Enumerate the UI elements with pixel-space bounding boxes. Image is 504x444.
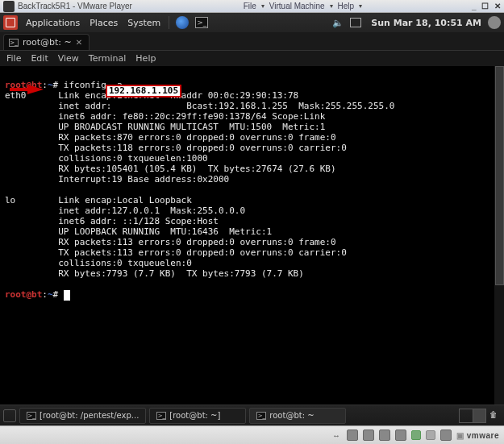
terminal-icon: >_ xyxy=(9,39,19,47)
lo-line-4: RX packets:113 errors:0 dropped:0 overru… xyxy=(5,237,336,247)
term-menu-help[interactable]: Help xyxy=(135,53,156,64)
tab-title: root@bt: ~ xyxy=(23,37,72,48)
mail-icon[interactable] xyxy=(350,18,361,27)
term-menu-edit[interactable]: Edit xyxy=(31,53,48,64)
device-floppy-icon[interactable] xyxy=(379,429,390,441)
lo-line-2: inet6 addr: ::1/128 Scope:Host xyxy=(5,216,219,226)
show-desktop-icon[interactable] xyxy=(3,409,16,422)
vmware-logo: vmware xyxy=(456,431,499,440)
lo-line-1: inet addr:127.0.0.1 Mask:255.0.0.0 xyxy=(5,205,245,216)
terminal-tab-bar: >_ root@bt: ~ ✕ xyxy=(0,32,504,50)
taskbar-label: root@bt: ~ xyxy=(269,411,314,420)
device-printer-icon[interactable] xyxy=(440,429,452,441)
eth0-line-3: UP BROADCAST RUNNING MULTICAST MTU:1500 … xyxy=(5,122,325,132)
vmware-titlebar: BackTrack5R1 - VMware Player File▾ Virtu… xyxy=(0,0,504,13)
annotation-arrow xyxy=(10,88,27,91)
eth0-line-2: inet6 addr: fe80::20c:29ff:fe90:1378/64 … xyxy=(5,111,325,122)
menu-applications[interactable]: Applications xyxy=(26,18,80,28)
vmware-menu-file[interactable]: File xyxy=(244,2,256,10)
taskbar-label: [root@bt: /pentest/exp... xyxy=(40,411,139,420)
vmware-icon xyxy=(3,1,15,12)
chevron-down-icon: ▾ xyxy=(359,2,362,10)
annotation-arrow-head xyxy=(27,85,44,94)
terminal-menubar: File Edit View Terminal Help xyxy=(0,50,504,66)
tab-close-icon[interactable]: ✕ xyxy=(76,38,82,47)
sound-icon[interactable]: 🔈 xyxy=(332,18,344,28)
term-menu-view[interactable]: View xyxy=(58,53,79,64)
minimize-button[interactable]: _ xyxy=(472,2,477,10)
scrollbar-thumb[interactable] xyxy=(495,66,504,285)
taskbar-item-pentest[interactable]: >_ [root@bt: /pentest/exp... xyxy=(19,408,146,424)
lo-line-7: RX bytes:7793 (7.7 KB) TX bytes:7793 (7.… xyxy=(5,268,304,279)
distro-icon[interactable] xyxy=(3,15,18,30)
vmware-title-text: BackTrack5R1 - VMware Player xyxy=(18,2,132,10)
maximize-button[interactable]: ☐ xyxy=(481,2,489,10)
terminal-tab[interactable]: >_ root@bt: ~ ✕ xyxy=(3,34,90,50)
terminal-icon: >_ xyxy=(256,412,266,420)
device-net-icon[interactable] xyxy=(395,429,406,441)
trash-icon[interactable]: 🗑 xyxy=(489,410,501,421)
prompt-path: ~ xyxy=(48,289,53,300)
prompt-hash: # xyxy=(53,289,59,300)
workspace-switcher[interactable] xyxy=(459,409,486,423)
clock[interactable]: Sun Mar 18, 10:51 AM xyxy=(371,18,481,28)
lo-line-6: collisions:0 txqueuelen:0 xyxy=(5,258,192,268)
terminal-launcher-icon[interactable]: >_ xyxy=(195,17,208,28)
device-sound-icon[interactable] xyxy=(426,430,435,440)
prompt-userhost: root@bt xyxy=(5,289,42,300)
input-grab-icon[interactable]: ↔ xyxy=(332,431,340,440)
device-hdd-icon[interactable] xyxy=(347,429,358,441)
vmware-statusbar: ↔ vmware xyxy=(0,425,504,444)
lo-line-5: TX packets:113 errors:0 dropped:0 overru… xyxy=(5,247,347,258)
eth0-line-7: RX bytes:105401 (105.4 KB) TX bytes:2767… xyxy=(5,164,336,174)
highlight-ip: 192.168.1.105 xyxy=(106,85,181,98)
chevron-down-icon: ▾ xyxy=(330,2,333,10)
cursor xyxy=(64,290,70,301)
eth0-line-8: Interrupt:19 Base address:0x2000 xyxy=(5,174,229,185)
scrollbar-track[interactable] xyxy=(494,66,504,405)
user-icon[interactable] xyxy=(488,16,501,29)
firefox-icon[interactable] xyxy=(176,16,189,29)
term-menu-file[interactable]: File xyxy=(6,53,21,64)
gnome-bottom-panel: >_ [root@bt: /pentest/exp... >_ [root@bt… xyxy=(0,405,504,425)
term-menu-terminal[interactable]: Terminal xyxy=(89,53,127,64)
menu-system[interactable]: System xyxy=(127,18,160,28)
close-button[interactable]: ✕ xyxy=(494,2,501,10)
vmware-menu-vm[interactable]: Virtual Machine xyxy=(269,2,325,10)
eth0-line-1: inet addr: Bcast:192.168.1.255 Mask:255.… xyxy=(5,101,394,111)
prompt-path: ~ xyxy=(48,80,53,90)
terminal-icon: >_ xyxy=(27,412,36,420)
terminal-output[interactable]: root@bt:~# ifconfig -a eth0 Link encap:E… xyxy=(0,66,504,405)
taskbar-item-root1[interactable]: >_ [root@bt: ~] xyxy=(149,408,246,424)
vmware-menu-help[interactable]: Help xyxy=(338,2,355,10)
chevron-down-icon: ▾ xyxy=(261,2,264,10)
eth0-line-4: RX packets:870 errors:0 dropped:0 overru… xyxy=(5,132,336,143)
eth0-line-5: TX packets:118 errors:0 dropped:0 overru… xyxy=(5,143,347,153)
lo-line-3: UP LOOPBACK RUNNING MTU:16436 Metric:1 xyxy=(5,226,272,237)
lo-line-0: lo Link encap:Local Loopback xyxy=(5,195,192,205)
terminal-icon: >_ xyxy=(156,412,166,420)
separator xyxy=(169,16,169,29)
prompt-hash: # xyxy=(53,80,59,90)
eth0-line-6: collisions:0 txqueuelen:1000 xyxy=(5,153,208,164)
taskbar-label: [root@bt: ~] xyxy=(169,411,220,420)
taskbar-item-root2[interactable]: >_ root@bt: ~ xyxy=(249,408,346,424)
gnome-top-panel: Applications Places System >_ 🔈 Sun Mar … xyxy=(0,13,504,32)
window-controls: _ ☐ ✕ xyxy=(469,2,501,10)
device-usb-icon[interactable] xyxy=(411,430,421,440)
device-cd-icon[interactable] xyxy=(363,429,374,441)
menu-places[interactable]: Places xyxy=(90,18,118,28)
